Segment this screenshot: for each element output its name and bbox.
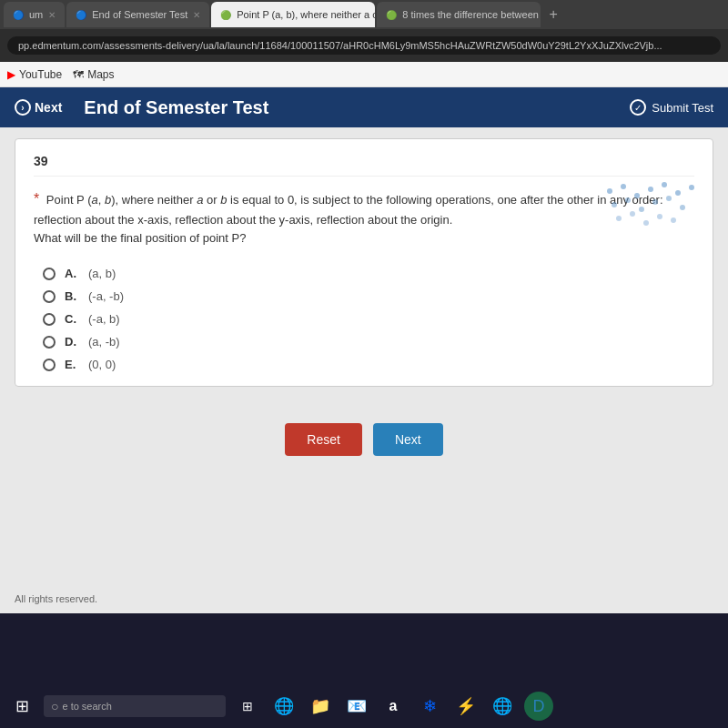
option-d-letter: D.: [65, 335, 79, 349]
question-container: 39 * Point P (a, b), where neither a or …: [15, 138, 713, 387]
option-a[interactable]: A. (a, b): [43, 267, 694, 280]
address-input[interactable]: [7, 36, 721, 55]
q-text-part5: is equal to 0, is subject to the followi…: [227, 193, 662, 207]
taskbar-app-icon[interactable]: D: [524, 692, 553, 721]
taskbar-search-bar[interactable]: ○ e to search: [44, 695, 226, 717]
taskbar-amazon-icon[interactable]: a: [379, 692, 408, 721]
submit-icon: ✓: [630, 99, 646, 116]
question-number: 39: [34, 154, 694, 177]
search-circle-icon: ○: [51, 699, 58, 713]
option-e[interactable]: E. (0, 0): [43, 358, 694, 371]
option-e-value: (0, 0): [88, 358, 116, 371]
taskbar-mail-icon[interactable]: 📧: [342, 692, 371, 721]
submit-test-label: Submit Test: [652, 101, 713, 115]
browser-chrome: 🔵 um ✕ 🔵 End of Semester Test ✕ 🟢 Point …: [0, 0, 728, 87]
q-text-part1: Point P (: [46, 193, 92, 207]
tab-end-of-semester[interactable]: 🔵 End of Semester Test ✕: [66, 2, 209, 27]
tab-eos-icon: 🔵: [76, 10, 86, 20]
tab-eos-label: End of Semester Test: [92, 9, 187, 20]
taskbar-search-text: e to search: [62, 701, 111, 712]
option-b-value: (-a, -b): [88, 289, 124, 303]
tab-eos-close[interactable]: ✕: [193, 10, 200, 20]
action-buttons: Reset Next: [15, 423, 713, 474]
app-header: › Next End of Semester Test ✓ Submit Tes…: [0, 87, 728, 127]
tab-point-icon: 🟢: [220, 10, 231, 20]
options-list: A. (a, b) B. (-a, -b) C. (-a, b) D. (a, …: [43, 267, 694, 371]
tab-bar: 🔵 um ✕ 🔵 End of Semester Test ✕ 🟢 Point …: [0, 0, 728, 29]
option-c-letter: C.: [65, 312, 79, 326]
header-left: › Next End of Semester Test: [15, 97, 268, 118]
bookmark-youtube[interactable]: ▶ YouTube: [7, 68, 62, 81]
option-c-value: (-a, b): [88, 312, 120, 326]
reset-button[interactable]: Reset: [285, 423, 362, 456]
radio-c[interactable]: [43, 313, 56, 326]
tab-um-label: um: [29, 9, 43, 20]
taskbar: ⊞ ○ e to search ⊞ 🌐 📁 📧 a ❄ ⚡ 🌐 D: [0, 684, 728, 728]
main-content: 39 * Point P (a, b), where neither a or …: [0, 127, 728, 582]
q-text-comma: ,: [98, 193, 105, 207]
next-button[interactable]: Next: [373, 423, 443, 456]
question-text: * Point P (a, b), where neither a or b i…: [34, 187, 694, 248]
tab-point-label: Point P (a, b), where neither a or ...: [237, 9, 375, 20]
taskbar-edge-icon[interactable]: 🌐: [269, 692, 298, 721]
option-c[interactable]: C. (-a, b): [43, 312, 694, 326]
q-text-or: or: [203, 193, 220, 207]
radio-b[interactable]: [43, 290, 56, 303]
taskbar-folder-icon[interactable]: 📁: [306, 692, 335, 721]
maps-icon: 🗺: [73, 68, 84, 81]
option-b[interactable]: B. (-a, -b): [43, 289, 694, 303]
option-b-letter: B.: [65, 289, 79, 303]
tab-um-icon: 🔵: [13, 10, 24, 20]
q-text-line3: What will be the final position of point…: [34, 231, 246, 245]
bookmarks-bar: ▶ YouTube 🗺 Maps: [0, 62, 728, 87]
q-text-a: a: [91, 193, 97, 207]
bookmark-maps-label: Maps: [87, 68, 114, 81]
footer: All rights reserved.: [0, 582, 728, 613]
option-a-value: (a, b): [88, 267, 116, 280]
address-bar: [0, 29, 728, 62]
windows-start-icon[interactable]: ⊞: [7, 692, 36, 721]
tab-point-p[interactable]: 🟢 Point P (a, b), where neither a or ...…: [211, 2, 375, 27]
tab-um-close[interactable]: ✕: [48, 10, 56, 20]
taskbar-bolt-icon[interactable]: ⚡: [451, 692, 480, 721]
app-title: End of Semester Test: [84, 97, 268, 118]
option-d[interactable]: D. (a, -b): [43, 335, 694, 349]
tab-8times[interactable]: 🟢 8 times the difference between a ... ✕: [377, 2, 541, 27]
q-text-bullet: *: [34, 191, 39, 207]
tab-8times-label: 8 times the difference between a ...: [402, 9, 541, 20]
tab-um[interactable]: 🔵 um ✕: [4, 2, 65, 27]
option-e-letter: E.: [65, 358, 79, 371]
radio-a[interactable]: [43, 268, 56, 280]
q-text-part3: ), where neither: [111, 193, 197, 207]
option-a-letter: A.: [65, 267, 79, 280]
submit-test-button[interactable]: ✓ Submit Test: [630, 99, 713, 116]
next-header-label: Next: [35, 100, 62, 115]
radio-d[interactable]: [43, 336, 56, 349]
footer-text: All rights reserved.: [15, 593, 97, 604]
tab-8times-icon: 🟢: [386, 10, 397, 20]
next-arrow-icon: ›: [15, 99, 31, 116]
taskbar-grid-icon[interactable]: ⊞: [233, 692, 262, 721]
taskbar-dropbox-icon[interactable]: ❄: [415, 692, 444, 721]
new-tab-button[interactable]: +: [542, 4, 564, 25]
radio-e[interactable]: [43, 359, 56, 371]
bookmark-youtube-label: YouTube: [19, 68, 62, 81]
bookmark-maps[interactable]: 🗺 Maps: [73, 68, 114, 81]
q-text-line2: reflection about the x-axis, reflection …: [34, 213, 452, 227]
option-d-value: (a, -b): [88, 335, 120, 349]
next-header-button[interactable]: › Next: [15, 99, 62, 116]
taskbar-browser2-icon[interactable]: 🌐: [488, 692, 517, 721]
youtube-icon: ▶: [7, 68, 15, 81]
